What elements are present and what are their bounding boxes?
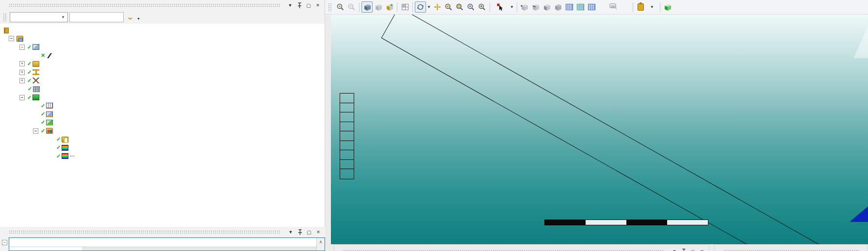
close-icon[interactable]: ✕	[314, 228, 322, 236]
details-group-scope[interactable]	[9, 238, 325, 247]
filter-edge-icon[interactable]	[530, 1, 541, 13]
maximize-icon[interactable]: ▢	[689, 248, 697, 251]
pin-icon[interactable]	[295, 1, 303, 9]
filter-body-icon[interactable]	[553, 1, 564, 13]
shaded-exterior-icon[interactable]	[361, 1, 373, 13]
tree-item-fixed-support[interactable]: ✓	[0, 110, 325, 118]
maximize-icon[interactable]: ▢	[305, 1, 312, 9]
legend-swatch	[340, 103, 354, 113]
check-icon: ✓	[28, 86, 32, 92]
details-row-scoping-method[interactable]	[9, 247, 325, 251]
check-icon: ✓	[27, 94, 32, 101]
close-icon[interactable]: ✕	[314, 1, 322, 9]
mesh-icon	[33, 86, 40, 92]
tree-item-static-structural[interactable]: −✓	[0, 93, 325, 101]
extend-selection-icon[interactable]	[662, 1, 673, 13]
rotate-icon[interactable]	[415, 1, 426, 13]
tree-item-materials[interactable]: +✓	[0, 60, 325, 68]
legend-swatch	[340, 131, 354, 141]
tree-item-model[interactable]: −	[0, 34, 325, 43]
force-icon	[46, 120, 53, 126]
toolbar-grip-icon[interactable]	[328, 3, 332, 12]
expand-icon[interactable]: +	[19, 61, 25, 66]
mode-caret-icon[interactable]: ▼	[510, 5, 514, 9]
zoom-in-out-icon[interactable]	[443, 1, 454, 13]
tree-item-project[interactable]	[0, 26, 325, 34]
select-mesh-elements-icon[interactable]	[575, 1, 586, 13]
details-scrollbar[interactable]: ∧	[316, 238, 325, 251]
filter-type-dropdown[interactable]: ▼	[10, 12, 68, 22]
tree-item-solution[interactable]: −✓	[0, 127, 325, 135]
magnifier-window-icon[interactable]	[476, 1, 488, 13]
coordinate-pick-icon[interactable]	[597, 1, 608, 13]
search-options-caret-icon[interactable]: ▼	[137, 17, 140, 20]
tree-item-geometry[interactable]: −✓	[0, 43, 325, 51]
beam-model[interactable]	[381, 15, 838, 244]
tree-item-solution-information[interactable]: ✓	[0, 135, 325, 143]
select-mode-cursor-icon[interactable]	[495, 1, 506, 13]
tree-item-coordinate-systems[interactable]: +✓	[0, 77, 325, 85]
legend-swatch	[340, 141, 354, 151]
tree-item-force[interactable]: ✓	[0, 118, 325, 126]
select-mesh-nodes-icon[interactable]	[564, 1, 575, 13]
legend-swatch	[340, 160, 354, 170]
expand-icon[interactable]: +	[19, 78, 25, 83]
filter-vertex-icon[interactable]	[519, 1, 530, 13]
scale-ruler	[535, 210, 729, 235]
maximize-icon[interactable]: ▢	[305, 228, 313, 236]
probe-annotation-icon[interactable]: 100	[608, 1, 620, 13]
collapse-icon[interactable]: −	[9, 36, 14, 41]
zoom-forward-icon[interactable]	[346, 1, 357, 13]
tree-item-mesh[interactable]: ✓	[0, 85, 325, 93]
search-outline-input[interactable]	[69, 12, 124, 22]
select-mesh-faces-icon[interactable]	[586, 1, 597, 13]
triad-z-arrow-icon[interactable]	[850, 206, 868, 222]
check-icon: ✓	[41, 103, 45, 109]
panel-drag-texture[interactable]	[723, 250, 860, 251]
rotate-options-caret-icon[interactable]: ▼	[427, 5, 431, 9]
panel-drag-texture[interactable]	[9, 3, 280, 8]
tree-item-cross-sections[interactable]: +✓	[0, 68, 325, 76]
check-icon: ✓	[41, 119, 45, 126]
scope-collapse-icon[interactable]: −	[2, 240, 7, 245]
wireframe-view-icon[interactable]	[373, 1, 384, 13]
collapse-icon[interactable]: −	[19, 45, 25, 50]
pin-icon[interactable]	[680, 248, 688, 251]
tree-item-analysis-settings[interactable]: ✓	[0, 102, 325, 110]
stress-legend	[340, 93, 354, 179]
tree-item-line-body[interactable]: ✕	[0, 51, 325, 60]
box-zoom-icon[interactable]	[454, 1, 465, 13]
toolbar-grip-icon[interactable]	[3, 13, 7, 22]
scoping-method-value[interactable]	[83, 247, 325, 251]
label-annotation-icon[interactable]	[620, 1, 631, 13]
equivalent-stress-icon	[62, 153, 68, 159]
collapse-icon[interactable]: −	[33, 128, 38, 134]
graphics-viewport[interactable]	[331, 15, 868, 244]
panel-menu-caret-icon[interactable]: ▼	[287, 228, 295, 236]
tree-item-equivalent-stress[interactable]: ✓	[0, 152, 325, 160]
panel-menu-caret-icon[interactable]: ▼	[286, 1, 294, 9]
panel-drag-texture[interactable]	[343, 250, 664, 251]
line-body-icon	[46, 53, 53, 58]
geometry-icon	[33, 44, 39, 50]
zoom-back-icon[interactable]	[335, 1, 346, 13]
pan-icon[interactable]	[432, 1, 443, 13]
expand-search-chevron-icon[interactable]: ⌄	[127, 14, 134, 21]
viewports-grid-icon[interactable]	[399, 1, 410, 13]
zoom-fit-icon[interactable]	[465, 1, 476, 13]
collapse-icon[interactable]: −	[19, 95, 25, 100]
graph-panel: ▼ ▢ ✕	[334, 244, 709, 251]
beam-top-face	[390, 15, 838, 244]
clipboard-caret-icon[interactable]: ▼	[650, 5, 654, 9]
section-view-icon[interactable]	[384, 1, 395, 13]
filter-face-icon[interactable]	[541, 1, 553, 13]
tree-item-total-deformation[interactable]: ✓	[0, 143, 325, 152]
chevron-down-icon: ▼	[61, 15, 65, 19]
panel-drag-texture[interactable]	[9, 230, 280, 235]
close-icon[interactable]: ✕	[698, 248, 706, 251]
panel-menu-caret-icon[interactable]: ▼	[671, 248, 678, 251]
expand-icon[interactable]: +	[19, 70, 25, 75]
check-icon: ✓	[41, 111, 45, 117]
pin-icon[interactable]	[296, 228, 304, 236]
clipboard-icon[interactable]	[635, 1, 646, 13]
